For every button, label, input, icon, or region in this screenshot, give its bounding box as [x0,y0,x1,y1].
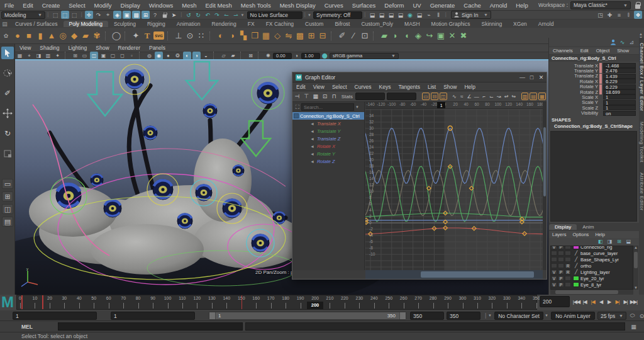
layer-editor-menu-options[interactable]: Options [570,232,592,237]
go-to-start-button[interactable]: |◀◀ [572,297,580,307]
poly-torus-icon[interactable]: ◎ [58,31,68,41]
filter-icon[interactable]: ⛶ [294,103,301,111]
insert-keys-icon[interactable]: ⊤ [303,93,311,101]
layer-toggle-r[interactable]: R [565,263,571,268]
select-component-icon[interactable]: ⬚ [70,11,79,19]
play-backwards-button[interactable]: ◀ [597,297,605,307]
layer-toggle-r[interactable] [565,276,571,281]
layer-toggle-p[interactable] [558,257,564,262]
separate-icon[interactable]: ◑ [227,31,237,41]
panel-menu-renderer[interactable]: Renderer [114,45,145,51]
ipr-render-icon[interactable]: ⬓ [387,11,395,19]
layer-toggle-r[interactable] [565,251,571,256]
chevron-down-icon[interactable]: ▼ [545,314,548,317]
set-time-icon[interactable]: ⊙ [185,31,195,41]
layer-toggle-v[interactable] [551,263,557,268]
hook-right-icon[interactable]: ⇀ [232,11,240,19]
move-layer-icon[interactable]: ⬓ [625,237,633,246]
channel-row-rotate-x[interactable]: Rotate X6.229 [549,79,640,84]
shelf-tab-custom[interactable]: Custom [299,21,329,27]
layer-toggle-p[interactable]: P [558,246,564,249]
add-attribute-icon[interactable]: ✚ [606,11,614,19]
grid-snap-icon[interactable]: ✛ [85,11,93,19]
normalized-view-icon[interactable]: ◫ [440,93,447,100]
shelf-tab-xgen[interactable]: XGen [508,21,533,27]
open-render-view-icon[interactable]: ⬓ [368,11,376,19]
shelf-tab-sculpting[interactable]: Sculpting [108,21,142,27]
graph-editor-menu-edit[interactable]: Edit [292,84,309,90]
layer-toggle-r[interactable] [565,257,571,262]
side-tab-channel-box-layer-editor[interactable]: Channel Box / Layer Editor [639,38,644,116]
menu-mesh[interactable]: Mesh [177,2,201,9]
plateau-tangent-icon[interactable]: ⌙ [489,93,495,101]
expand-icon[interactable] [294,113,299,118]
script-editor-icon[interactable]: ▦ [630,322,638,331]
layer-list-hscrollbar[interactable] [550,290,633,295]
render-sequence-icon[interactable]: ⬓ [396,11,404,19]
delete-edge-icon[interactable]: ✖ [458,31,469,41]
channel-value-field[interactable]: 6.229 [603,84,636,89]
step-forward-key-button[interactable]: ▶| [613,297,621,307]
stats-frame-field[interactable] [355,93,385,100]
layer-row-ortho[interactable]: R╱ortho [551,263,633,269]
max-influences-icon[interactable]: ⊞ [142,11,150,19]
side-tab-attribute-editor[interactable]: Attribute Editor [639,167,644,216]
shelf-tab-arnold[interactable]: Arnold [533,21,560,27]
channel-value-field[interactable]: 1 [603,94,636,99]
layer-toggle-v[interactable]: V [551,282,557,287]
step-back-key-button[interactable]: |◀ [589,297,597,307]
graph-editor-menu-curves[interactable]: Curves [351,84,375,90]
command-result-field[interactable] [245,322,625,331]
channel-box-empty-area[interactable] [550,131,637,222]
poly-sphere-icon[interactable]: ● [13,31,23,41]
layer-toggle-p[interactable] [558,251,564,256]
poly-cylinder-icon[interactable]: ▮ [35,31,45,41]
current-time-field[interactable]: 200 [540,296,570,307]
channel-row-rotate-y[interactable]: Rotate Y6.229 [549,84,640,89]
channel-value-field[interactable]: 1.439 [603,74,636,79]
select-hierarchy-icon[interactable]: ⬚ [52,11,60,19]
panel-menu-lighting[interactable]: Lighting [64,45,91,51]
retopologize-icon[interactable]: ⊞ [306,31,316,41]
menu-create[interactable]: Create [38,2,65,9]
layer-toggle-v[interactable]: V [551,276,557,281]
channel-value-field[interactable]: 1 [603,100,636,105]
lattice-deform-keys-icon[interactable]: ▦ [311,93,319,101]
time-snap-icon[interactable]: ▥ [521,93,529,100]
menu-mesh-display[interactable]: Mesh Display [275,2,320,9]
channel-value-field[interactable]: 2.476 [603,68,636,73]
hypershade-icon[interactable]: ◉ [406,11,414,19]
post-infinity-icon[interactable]: ↬ [511,93,517,101]
sign-in-button[interactable]: Sign In ▼ [451,11,491,19]
channel-value-field[interactable]: 18.699 [603,89,636,94]
boolean-difference-icon[interactable]: ▦ [261,31,271,41]
select-object-icon[interactable]: ⬚ [61,11,69,19]
channel-row-rotate-z[interactable]: Rotate Z18.699 [549,89,640,94]
layer-row-lighting_layer[interactable]: VPR╱Lighting_layer [551,269,633,275]
type-tool-icon[interactable]: T [142,31,152,41]
merge-cube-icon[interactable]: ◈ [413,31,423,41]
channel-box-menu-object[interactable]: Object [592,48,614,54]
boolean-union-icon[interactable]: ❒ [250,31,260,41]
new-layer-icon[interactable]: ◨ [606,237,614,246]
remesh-icon[interactable]: ▩ [295,31,305,41]
shelf-tab-animation[interactable]: Animation [171,21,206,27]
layer-toggle-r[interactable] [565,282,571,287]
range-end-grip[interactable] [399,312,406,319]
live-surface-field[interactable]: No Live Surface [247,11,303,19]
stats-value-field[interactable] [387,93,416,100]
panel-menu-show[interactable]: Show [91,45,113,51]
step-tangent-icon[interactable]: ⌐ [481,93,487,101]
region-tool-icon[interactable]: ⊡ [321,93,329,101]
slide-edge-icon[interactable]: ↪ [425,31,435,41]
menu-cache[interactable]: Cache [459,2,485,9]
column-view-icon[interactable]: ⫾ [625,11,633,19]
layer-toggle-p[interactable]: P [558,276,564,281]
menu-windows[interactable]: Windows [145,2,178,9]
layer-editor-menu-help[interactable]: Help [592,232,608,237]
layer-editor-menu-layers[interactable]: Layers [549,232,570,237]
poly-plane-icon[interactable]: ◆ [69,31,79,41]
show-character-icon[interactable] [609,38,617,47]
spline-tangent-icon[interactable]: ∿ [452,93,458,101]
channel-value-field[interactable]: 6.229 [603,79,636,84]
